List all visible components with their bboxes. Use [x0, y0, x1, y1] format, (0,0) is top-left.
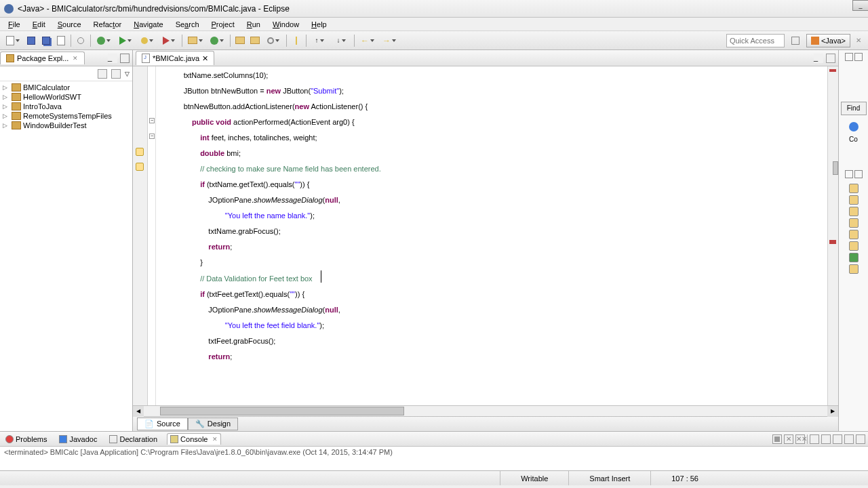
javadoc-tab[interactable]: Javadoc	[56, 434, 100, 445]
console-tab[interactable]: Console✕	[167, 433, 221, 445]
close-icon[interactable]: ✕	[212, 436, 218, 443]
new-button[interactable]	[3, 34, 23, 47]
declaration-tab[interactable]: Declaration	[106, 434, 160, 445]
open-console-button[interactable]	[856, 434, 865, 444]
menu-help[interactable]: Help	[306, 19, 332, 30]
skip-breakpoints-button[interactable]	[74, 34, 87, 47]
outline-item-icon[interactable]	[849, 230, 859, 239]
outline-item-icon[interactable]	[849, 241, 859, 251]
debug-button[interactable]	[94, 34, 114, 47]
open-task-button[interactable]	[248, 34, 262, 47]
remove-all-button[interactable]: ✕✕	[795, 434, 805, 444]
menu-project[interactable]: Project	[206, 19, 240, 30]
editor-tab[interactable]: *BMICalc.java ✕	[136, 51, 214, 65]
scroll-lock-button[interactable]	[821, 434, 831, 444]
menu-search[interactable]: Search	[170, 19, 205, 30]
console-output[interactable]: <terminated> BMICalc [Java Application] …	[0, 447, 868, 458]
collapse-all-button[interactable]	[98, 69, 107, 79]
tree-item: ▷WindowBuilderTest	[0, 121, 132, 130]
scroll-right-icon[interactable]: ▶	[827, 406, 838, 417]
run-last-button[interactable]	[137, 34, 157, 47]
fold-column[interactable]: − −	[148, 66, 156, 405]
outline-item-icon[interactable]	[849, 253, 859, 262]
annotation-next-button[interactable]: ↓	[331, 34, 351, 47]
outline-toolbar-icon[interactable]	[854, 170, 863, 178]
save-button[interactable]	[24, 34, 38, 47]
quick-access-input[interactable]	[726, 34, 785, 47]
window-title: <Java> - BMICalculator/src/bmi/hundredvi…	[18, 4, 290, 14]
close-perspective-icon[interactable]: ✕	[852, 34, 865, 47]
minimize-view-button[interactable]: _	[108, 54, 117, 63]
annotation-prev-button[interactable]: ↑	[309, 34, 330, 47]
menu-edit[interactable]: Edit	[27, 19, 51, 30]
outline-item-icon[interactable]	[849, 264, 859, 274]
find-button[interactable]: Find	[841, 102, 867, 115]
menu-file[interactable]: File	[3, 19, 26, 30]
outline-item-icon[interactable]	[849, 207, 859, 216]
view-icon[interactable]	[854, 53, 863, 61]
restore-view-button[interactable]	[845, 53, 853, 61]
scroll-left-icon[interactable]: ◀	[133, 406, 144, 417]
source-tab[interactable]: 📄Source	[137, 418, 188, 430]
code-editor[interactable]: txtName.setColumns(10); JButton btnNewBu…	[156, 66, 827, 405]
external-tools-button[interactable]	[159, 34, 179, 47]
tree-item: ▷HellowWorldSWT	[0, 92, 132, 102]
menu-refactor[interactable]: Refactor	[88, 19, 127, 30]
link-editor-button[interactable]	[111, 69, 121, 79]
minimize-button[interactable]: _	[852, 0, 868, 11]
java-perspective-button[interactable]: <Java>	[806, 34, 850, 47]
back-button[interactable]: ←	[357, 34, 378, 47]
run-button[interactable]	[115, 34, 136, 47]
package-explorer-tab[interactable]: Package Expl... ✕	[0, 52, 85, 64]
problems-tab[interactable]: Problems	[3, 434, 50, 445]
close-icon[interactable]: ✕	[71, 55, 79, 62]
view-menu-icon[interactable]: ▽	[125, 70, 130, 77]
save-all-button[interactable]	[39, 34, 53, 47]
project-icon	[12, 83, 21, 92]
horizontal-scrollbar[interactable]: ◀ ▶	[133, 405, 838, 416]
close-icon[interactable]: ✕	[202, 54, 208, 63]
pin-console-button[interactable]	[833, 434, 842, 444]
forward-button[interactable]: →	[379, 34, 399, 47]
warning-icon	[136, 148, 144, 156]
terminate-button[interactable]	[772, 434, 782, 444]
status-writable: Writable	[500, 471, 568, 485]
scrollbar-thumb[interactable]	[160, 407, 404, 415]
fold-toggle-icon[interactable]: −	[149, 134, 155, 139]
project-icon	[12, 93, 21, 101]
tree-item: ▷RemoteSystemsTempFiles	[0, 111, 132, 121]
design-tab[interactable]: 🔧Design	[188, 418, 238, 430]
menu-navigate[interactable]: Navigate	[128, 19, 168, 30]
overview-ruler[interactable]	[827, 66, 838, 405]
menu-window[interactable]: Window	[267, 19, 304, 30]
new-class-button[interactable]	[207, 34, 227, 47]
open-perspective-button[interactable]	[789, 34, 802, 47]
minimize-editor-button[interactable]: _	[814, 54, 823, 63]
clear-console-button[interactable]	[810, 434, 819, 444]
eclipse-icon	[4, 4, 14, 14]
outline-item-icon[interactable]	[849, 195, 859, 205]
project-tree[interactable]: ▷BMICalculator ▷HellowWorldSWT ▷IntroToJ…	[0, 81, 132, 131]
declaration-icon	[109, 435, 117, 443]
remove-launch-button[interactable]: ✕	[784, 434, 793, 444]
outline-item-icon[interactable]	[849, 218, 859, 228]
editor-gutter[interactable]	[133, 66, 148, 405]
outline-toolbar-icon[interactable]	[845, 170, 853, 178]
status-insert-mode: Smart Insert	[568, 471, 650, 485]
menu-source[interactable]: Source	[52, 19, 87, 30]
search-button[interactable]	[263, 34, 283, 47]
maximize-editor-button[interactable]	[826, 54, 835, 63]
console-short-label: Co	[840, 136, 867, 143]
outline-item-icon[interactable]	[849, 184, 859, 193]
window-titlebar: <Java> - BMICalculator/src/bmi/hundredvi…	[0, 0, 868, 18]
menu-run[interactable]: Run	[241, 19, 266, 30]
fold-toggle-icon[interactable]: −	[149, 118, 155, 123]
scrollbar-thumb[interactable]	[833, 161, 838, 175]
editor-tab-title: *BMICalc.java	[153, 54, 199, 62]
print-button[interactable]	[54, 34, 68, 47]
new-package-button[interactable]	[185, 34, 205, 47]
maximize-view-button[interactable]	[120, 54, 130, 63]
display-console-button[interactable]	[844, 434, 854, 444]
open-type-button[interactable]	[233, 34, 247, 47]
toggle-mark-button[interactable]	[290, 34, 303, 47]
